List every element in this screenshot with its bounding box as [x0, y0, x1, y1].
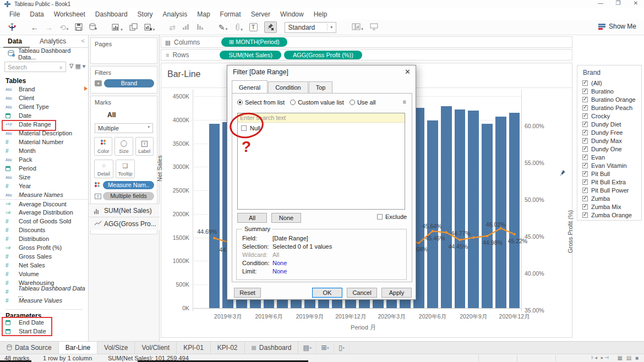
- sheet-tab-vol-size[interactable]: Vol/Size: [97, 342, 135, 354]
- field-gross-sales[interactable]: Gross Sales: [0, 252, 88, 261]
- marks-scope[interactable]: All: [91, 111, 157, 119]
- field-discounts[interactable]: Discounts: [0, 226, 88, 234]
- pill-multiple-fields[interactable]: Multiple fields: [103, 192, 154, 200]
- minimize-icon[interactable]: —: [592, 0, 609, 8]
- save-icon[interactable]: [75, 23, 83, 32]
- reset-button[interactable]: Reset: [234, 288, 261, 298]
- collapse-pane-icon[interactable]: <: [81, 37, 85, 44]
- field-measure-names[interactable]: Measure Names: [0, 190, 88, 199]
- field-net-sales[interactable]: Net Sales: [0, 261, 88, 270]
- none-button[interactable]: None: [271, 213, 301, 223]
- show-mark-labels-icon[interactable]: T: [249, 23, 258, 31]
- show-hide-cards-icon[interactable]: ▾: [352, 23, 363, 31]
- marks-button-detail[interactable]: ⁘Detail: [94, 160, 113, 178]
- tableau-home-icon[interactable]: [8, 23, 17, 32]
- menu-file[interactable]: File: [4, 9, 25, 19]
- sheet-tab-vol-client[interactable]: Vol/Client: [135, 342, 177, 354]
- mark-type-dropdown[interactable]: Multiple▾: [95, 123, 153, 133]
- highlight-icon[interactable]: ✎▾: [219, 24, 227, 31]
- brand-checkbox[interactable]: [582, 130, 588, 135]
- fit-selector[interactable]: Standard▾: [285, 22, 337, 33]
- brand-checkbox[interactable]: [582, 80, 588, 86]
- field-material-description[interactable]: Material Description: [0, 129, 88, 138]
- menu-worksheet[interactable]: Worksheet: [49, 9, 90, 19]
- brand-checkbox[interactable]: [582, 163, 588, 168]
- fix-axes-icon[interactable]: [264, 21, 277, 33]
- brand-checkbox[interactable]: [582, 188, 588, 193]
- field-brand[interactable]: Brand: [0, 85, 88, 94]
- brand-item-all[interactable]: (All): [577, 79, 641, 87]
- tab-analytics[interactable]: Analytics: [40, 37, 66, 45]
- sheet-tab-dashboard[interactable]: ⊞Dashboard: [245, 342, 299, 354]
- field-date-range[interactable]: Date Range: [0, 120, 88, 129]
- history-nav-icons[interactable]: ⊦◂ ▸⊣: [591, 355, 610, 360]
- clear-sheet-icon[interactable]: ▾: [144, 23, 155, 32]
- field-size[interactable]: Size: [0, 173, 88, 182]
- exclude-option[interactable]: Exclude: [377, 213, 407, 220]
- brand-item-zumba-orange[interactable]: Zumba Orange: [577, 211, 641, 219]
- measure-card-gross-profit[interactable]: AGG(Gross Pro...: [89, 217, 160, 230]
- new-worksheet-icon[interactable]: ▤+: [298, 342, 316, 354]
- radio-use-all[interactable]: [350, 100, 355, 105]
- list-view-icon[interactable]: ≡: [401, 98, 408, 106]
- brand-checkbox[interactable]: [582, 204, 588, 210]
- brand-item-buratino-orange[interactable]: Buratino Orange: [577, 95, 641, 103]
- menu-map[interactable]: Map: [192, 9, 215, 19]
- filters-shelf[interactable]: Filters ▾ Brand: [90, 66, 157, 94]
- field-year[interactable]: Year: [0, 182, 88, 190]
- columns-shelf[interactable]: Columns ⊞ MONTH(Period): [161, 36, 572, 48]
- swap-axes-icon[interactable]: ⇄: [169, 24, 176, 31]
- brand-item-zumba-mix[interactable]: Zumba Mix: [577, 202, 641, 211]
- brand-item-dundy-one[interactable]: Dundy One: [577, 145, 641, 153]
- menu-dashboard[interactable]: Dashboard: [90, 9, 133, 19]
- menu-server[interactable]: Server: [246, 9, 275, 19]
- summary-link[interactable]: None: [272, 260, 287, 266]
- menu-data[interactable]: Data: [25, 9, 48, 19]
- tab-condition[interactable]: Condition: [268, 81, 308, 94]
- brand-checkbox[interactable]: [582, 212, 588, 218]
- sheet-tab-bar-line[interactable]: Bar-Line: [59, 342, 97, 354]
- parameter-start-date[interactable]: Start Date: [0, 327, 88, 336]
- field-measure-values[interactable]: Measure Values: [0, 296, 88, 305]
- tab-data[interactable]: Data: [8, 37, 22, 45]
- field-material-number[interactable]: Material Number: [0, 138, 88, 146]
- show-me-button[interactable]: Show Me: [598, 23, 636, 30]
- menu-window[interactable]: Window: [275, 9, 309, 19]
- parameter-end-date[interactable]: End Date: [0, 318, 88, 327]
- view-options-icon[interactable]: ▦ ▾: [75, 63, 85, 69]
- brand-item-dundy-diet[interactable]: Dundy Diet: [577, 120, 641, 128]
- close-icon[interactable]: ✕: [627, 0, 644, 8]
- pill-agg-gross-profit[interactable]: AGG(Gross Profit (%)): [284, 51, 362, 59]
- brand-item-buratino-peach[interactable]: Buratino Peach: [577, 103, 641, 112]
- brand-item-pit-bull-extra[interactable]: Pit Bull Extra: [577, 178, 641, 186]
- brand-item-dundy-max[interactable]: Dundy Max: [577, 136, 641, 145]
- marks-button-color[interactable]: Color: [94, 137, 112, 156]
- view-switch-icons[interactable]: ▦ ▤ ■: [618, 355, 640, 361]
- exclude-checkbox[interactable]: [377, 214, 383, 220]
- pill-measure-names[interactable]: Measure Nam..: [103, 181, 154, 189]
- measure-card-net-sales[interactable]: SUM(Net Sales): [89, 204, 160, 217]
- pill-sum-net-sales[interactable]: SUM(Net Sales): [220, 51, 281, 59]
- presentation-mode-icon[interactable]: [370, 23, 378, 31]
- brand-checkbox[interactable]: [582, 179, 588, 185]
- apply-button[interactable]: Apply: [381, 288, 412, 298]
- rows-shelf[interactable]: ≡ Rows SUM(Net Sales) AGG(Gross Profit (…: [161, 49, 572, 61]
- brand-checkbox[interactable]: [582, 105, 588, 111]
- menu-format[interactable]: Format: [215, 9, 246, 19]
- group-members-icon[interactable]: ▾: [234, 23, 243, 32]
- brand-item-buratino[interactable]: Buratino: [577, 87, 641, 95]
- field-distribution[interactable]: Distribution: [0, 234, 88, 243]
- brand-checkbox[interactable]: [582, 138, 588, 144]
- datasource-item[interactable]: Tableau Dashboard Data...: [0, 48, 88, 60]
- tab-top[interactable]: Top: [309, 81, 333, 94]
- undo-icon[interactable]: ←: [31, 24, 39, 31]
- dialog-close-icon[interactable]: ✕: [405, 68, 411, 76]
- field-average-distribution[interactable]: Average Distribution: [0, 208, 88, 217]
- menu-analysis[interactable]: Analysis: [158, 9, 193, 19]
- brand-checkbox[interactable]: [582, 89, 588, 94]
- pin-axis-icon[interactable]: [559, 168, 566, 178]
- radio-custom-value-list[interactable]: [290, 100, 296, 105]
- brand-item-pit-bull[interactable]: Pit Bull: [577, 169, 641, 178]
- filter-pill-brand[interactable]: Brand: [104, 79, 154, 87]
- brand-checkbox[interactable]: [582, 122, 588, 127]
